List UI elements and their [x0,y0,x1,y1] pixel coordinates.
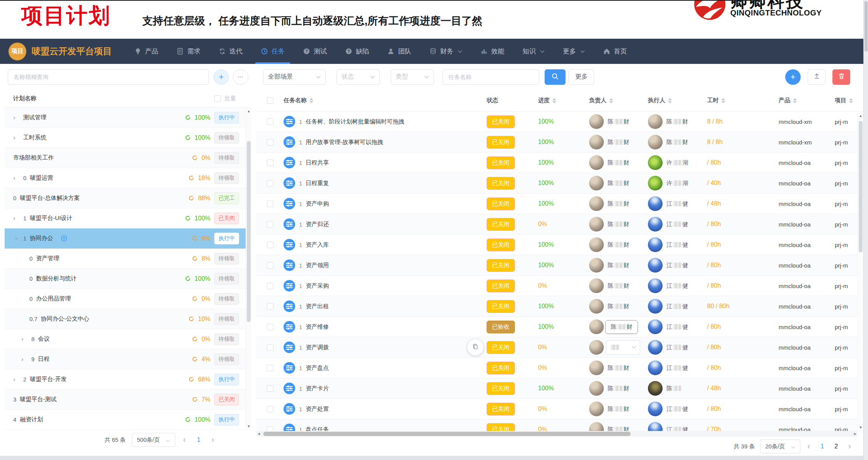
scroll-left-icon[interactable]: ◀ [258,432,260,436]
chevron-right-icon[interactable]: › [13,376,23,383]
nav-item-团队[interactable]: 团队 [387,39,411,64]
plan-tree-row[interactable]: 0.7协同办公-公文中心 10% 待领取 [5,309,251,329]
task-table-row[interactable]: 1 日程重复 已关闭 100% 陈财 许湖 / 40h mmcloud-oa p… [256,173,863,194]
window-scrollbar-thumb[interactable] [865,1,868,51]
column-header-负责人[interactable]: 负责人 [589,97,648,104]
batch-checkbox[interactable] [214,95,221,102]
nav-item-缺陷[interactable]: ?缺陷 [345,39,369,64]
task-table-scrollbar[interactable]: ▲ ▼ [858,112,863,431]
chevron-right-icon[interactable]: › [13,215,23,222]
chevron-right-icon[interactable]: › [13,114,23,122]
plan-tree-row[interactable]: 3唛盟平台-测试 7% 已关闭 [5,390,251,410]
plan-tree-row[interactable]: ›1协同办公 9% 执行中 [5,228,251,249]
plan-prev-page-button[interactable]: ‹ [181,436,187,444]
plan-tree-row[interactable]: 0数据分析与统计 100% 待领取 [5,269,251,289]
scrollbar-thumb[interactable] [247,141,251,322]
status-select[interactable]: 状态 [337,69,380,85]
copy-task-button[interactable] [467,339,484,355]
scroll-up-icon[interactable]: ▲ [858,114,863,118]
type-select[interactable]: 类型 [391,69,434,85]
sort-icon[interactable] [609,98,613,103]
plan-tree-row[interactable]: ›8会议 0% 待领取 [5,329,251,349]
plan-tree-row[interactable]: ›2唛盟平台-开发 68% 执行中 [5,369,251,390]
row-checkbox[interactable] [267,283,273,289]
task-page-number-2[interactable]: 2 [831,443,841,450]
scroll-down-icon[interactable]: ▼ [858,426,863,429]
task-table-row[interactable]: 1 资产归还 已关闭 0% 陈财 江健 / 80h mmcloud-oa prj… [256,214,863,235]
plan-tree-row[interactable]: ›工时系统 100% 待领取 [5,128,251,148]
more-options-button[interactable]: … [233,69,248,85]
task-name-search-input[interactable] [443,69,539,85]
task-table-row[interactable]: 1 资产出租 已关闭 100% 陈财 江健 80 / 80h mmcloud-o… [256,296,863,317]
nav-item-需求[interactable]: 需求 [176,39,200,64]
nav-item-迭代[interactable]: 迭代 [219,39,243,64]
chevron-right-icon[interactable]: › [21,335,31,343]
task-table-row[interactable]: 1 盘点任务 已关闭 0% 陈财 江健 / 70h mmcloud-oa prj… [256,419,863,431]
chevron-right-icon[interactable]: › [13,134,23,142]
chevron-right-icon[interactable]: › [13,174,23,182]
task-page-size-select[interactable]: 20条/页 [760,439,800,453]
sort-icon[interactable] [849,98,853,103]
select-all-checkbox[interactable] [267,97,273,104]
row-checkbox[interactable] [267,180,273,187]
row-checkbox[interactable] [267,160,273,166]
row-checkbox[interactable] [267,242,273,248]
nav-item-首页[interactable]: 首页 [603,39,627,64]
row-checkbox[interactable] [267,344,273,351]
scroll-down-icon[interactable]: ▼ [246,424,251,428]
plan-tree-row[interactable]: 0资产管理 8% 待领取 [5,249,251,269]
sort-icon[interactable] [309,98,313,103]
nav-item-产品[interactable]: 产品 [134,39,158,64]
row-checkbox[interactable] [267,303,273,310]
task-table-row[interactable]: 1 日程共享 已关闭 100% 陈财 许湖 / 80h mmcloud-oa p… [256,153,863,173]
plan-tree-row[interactable]: ›1唛盟平台-UI设计 100% 已关闭 [5,208,251,228]
plan-tree-row[interactable]: ›测试管理 100% 执行中 [5,108,251,128]
plan-page-size-select[interactable]: 500条/页 [132,433,175,447]
task-next-page-button[interactable]: › [847,442,853,451]
task-table-row[interactable]: 1 资产卡片 已关闭 100% 陈财 陈 / 48h mmcloud-oa pr… [256,378,863,399]
chevron-right-icon[interactable]: › [21,355,31,363]
add-task-button[interactable]: + [785,69,801,85]
task-table-row[interactable]: 1 资产维修 已验收 100% 陈财 江健 / 80h mmcloud-oa p… [256,317,863,337]
nav-item-测试[interactable]: ?测试 [303,39,327,64]
close-circle-icon[interactable] [61,235,67,242]
task-table-row[interactable]: 1 资产盘点 已关闭 0% 陈财 江健 / 80h mmcloud-oa prj… [256,358,863,378]
task-table-row[interactable]: 1 资产处置 已关闭 0% 陈财 江健 / 80h mmcloud-oa prj… [256,399,863,419]
chevron-down-icon[interactable]: › [13,235,21,242]
column-header-执行人[interactable]: 执行人 [648,97,707,104]
plan-tree-row[interactable]: ›0唛盟运营 18% 待领取 [5,168,251,188]
plan-next-page-button[interactable]: › [210,436,216,444]
nav-item-效能[interactable]: 效能 [480,39,504,64]
task-table-row[interactable]: 1 资产领用 已关闭 100% 陈财 江健 / 80h mmcloud-oa p… [256,255,863,276]
task-table-row[interactable]: 1 任务树、阶段计划树批量编辑时可拖拽 已关闭 100% 陈财 陈财 8 / 8… [256,112,863,132]
scene-select[interactable]: 全部场景 [263,69,326,85]
row-checkbox[interactable] [267,262,273,269]
search-button[interactable] [545,69,566,85]
column-header-产品[interactable]: 产品 [779,97,835,104]
add-plan-button[interactable]: + [214,69,229,85]
scrollbar-thumb[interactable] [859,121,863,252]
row-checkbox[interactable] [267,365,273,371]
row-checkbox[interactable] [267,118,273,125]
delete-button[interactable] [832,69,850,85]
column-header-工时[interactable]: 工时 [707,97,779,104]
sort-icon[interactable] [721,98,725,103]
sort-icon[interactable] [552,98,556,103]
assignee-select[interactable] [606,340,640,355]
plan-tree-row[interactable]: 0办公用品管理 0% 待领取 [5,289,251,309]
row-checkbox[interactable] [267,426,273,431]
column-header-任务名称[interactable]: 任务名称 [284,97,487,104]
row-checkbox[interactable] [267,221,273,228]
column-header-进度[interactable]: 进度 [538,97,589,104]
plan-tree-scrollbar[interactable]: ▲ ▼ [246,108,251,430]
nav-item-更多[interactable]: 更多 [563,39,585,64]
task-table-row[interactable]: 1 资产采购 已关闭 0% 陈财 江健 / 80h mmcloud-oa prj… [256,276,863,296]
upload-button[interactable] [808,69,825,85]
row-checkbox[interactable] [267,324,273,330]
task-table-row[interactable]: 1 资产入库 已关闭 100% 陈财 江健 / 80h mmcloud-oa p… [256,235,863,255]
plan-name-search-input[interactable] [8,69,209,85]
horizontal-scrollbar[interactable]: ◀ ▶ [256,431,858,437]
task-table-row[interactable]: 1 资产申购 已关闭 100% 陈财 江健 / 48h mmcloud-oa p… [256,194,863,214]
plan-tree-row[interactable]: 市场部相关工作 0% 待领取 [5,148,251,168]
task-table-row[interactable]: 1 资产调拨 已关闭 0% 江健 / 80h mmcloud-oa prj-m [256,337,863,358]
